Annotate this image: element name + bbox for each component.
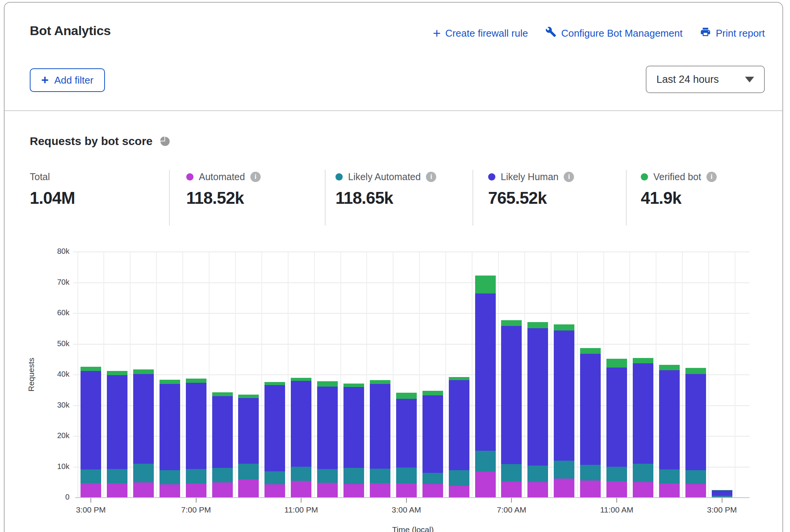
gridline [314, 252, 315, 498]
info-icon[interactable]: i [250, 172, 261, 182]
gridline [472, 252, 472, 498]
x-tick-label: 3:00 PM [688, 505, 756, 514]
bar-segment-likely-automated [81, 469, 101, 483]
bar-8-00-pm[interactable] [212, 392, 233, 498]
bar-segment-verified-bot [659, 365, 680, 370]
bar-12-00-pm[interactable] [633, 358, 653, 498]
bar-5-00-am[interactable] [449, 377, 469, 498]
stat-value: 41.9k [641, 189, 717, 208]
bar-segment-likely-automated [264, 471, 285, 485]
action-label: Create firewall rule [445, 27, 528, 39]
bar-segment-verified-bot [133, 369, 154, 374]
bar-segment-automated [212, 482, 233, 498]
bar-segment-likely-automated [633, 464, 653, 482]
bar-segment-verified-bot [396, 393, 417, 399]
bar-9-00-am[interactable] [554, 324, 574, 498]
bar-10-00-am[interactable] [580, 348, 601, 498]
gridline [524, 252, 525, 498]
bar-segment-verified-bot [370, 380, 390, 384]
bar-segment-automated [580, 480, 601, 498]
bar-segment-verified-bot [422, 391, 443, 395]
time-range-select[interactable]: Last 24 hours [646, 66, 765, 93]
bar-4-00-am[interactable] [422, 391, 443, 498]
bar-segment-likely-automated [212, 468, 233, 482]
bar-segment-automated [449, 486, 469, 498]
bar-6-00-am[interactable] [475, 276, 496, 498]
stat-value: 765.52k [488, 189, 574, 208]
stats-divider [325, 170, 326, 226]
create-firewall-rule-link[interactable]: + Create firewall rule [433, 27, 528, 39]
bar-segment-likely-human [501, 326, 522, 464]
bar-segment-automated [370, 483, 390, 498]
bar-3-00-pm[interactable] [712, 490, 732, 498]
bar-segment-likely-automated [317, 469, 338, 483]
stat-label-row: Likely Automatedi [335, 171, 436, 182]
bar-11-00-pm[interactable] [291, 378, 311, 498]
x-tick-label: 11:00 PM [267, 505, 335, 514]
bar-segment-likely-automated [160, 470, 180, 484]
bar-segment-likely-automated [449, 470, 469, 486]
x-axis-title: Time (local) [77, 525, 749, 532]
bar-1-00-am[interactable] [343, 384, 364, 498]
bar-2-00-pm[interactable] [685, 368, 706, 498]
bar-segment-automated [422, 484, 443, 498]
bar-segment-likely-human [343, 387, 364, 468]
bar-segment-verified-bot [317, 381, 338, 387]
y-axis-title: Requests [25, 252, 37, 498]
bar-segment-likely-human [264, 385, 285, 471]
stat-label-row: Likely Humani [488, 171, 574, 182]
info-icon[interactable]: i [706, 172, 717, 182]
bar-9-00-pm[interactable] [238, 395, 259, 498]
gridline [73, 282, 750, 283]
stats-divider [472, 170, 473, 226]
bar-12-00-am[interactable] [317, 381, 338, 498]
bar-6-00-pm[interactable] [160, 380, 180, 498]
bar-3-00-pm[interactable] [81, 367, 101, 498]
gridline [629, 252, 630, 498]
info-icon[interactable]: i [564, 172, 574, 182]
stat-label: Likely Human [501, 171, 558, 182]
bar-7-00-pm[interactable] [186, 379, 206, 498]
bar-segment-likely-automated [396, 468, 417, 484]
bar-segment-likely-automated [238, 464, 259, 479]
bar-7-00-am[interactable] [501, 320, 522, 498]
bar-11-00-am[interactable] [606, 359, 627, 498]
stat-label-row: Total [30, 171, 75, 182]
x-axis-line [75, 497, 750, 498]
legend-dot-likely-automated [335, 173, 343, 181]
bar-3-00-am[interactable] [396, 393, 417, 498]
bar-segment-automated [291, 481, 311, 498]
gridline [73, 313, 750, 314]
bar-10-00-pm[interactable] [264, 382, 285, 498]
x-tick-label: 7:00 PM [162, 505, 231, 514]
bar-segment-likely-human [712, 490, 732, 496]
bar-segment-verified-bot [554, 324, 574, 330]
configure-bot-management-link[interactable]: Configure Bot Management [545, 26, 682, 40]
print-report-link[interactable]: Print report [700, 26, 765, 40]
add-filter-label: Add filter [54, 74, 94, 86]
bar-segment-verified-bot [633, 358, 653, 363]
gridline [603, 252, 604, 498]
bar-1-00-pm[interactable] [659, 365, 680, 498]
bar-2-00-am[interactable] [370, 380, 390, 498]
bar-5-00-pm[interactable] [133, 369, 154, 498]
bar-segment-likely-human [133, 374, 154, 464]
bar-segment-automated [160, 484, 180, 498]
gridline [77, 252, 78, 498]
bar-8-00-am[interactable] [527, 322, 548, 498]
stat-value: 118.65k [335, 189, 436, 208]
bar-segment-verified-bot [186, 379, 206, 383]
stat-value: 118.52k [186, 189, 261, 208]
info-icon[interactable]: i [426, 172, 436, 182]
bar-segment-likely-human [396, 399, 417, 468]
add-filter-button[interactable]: + Add filter [30, 68, 105, 92]
bar-4-00-pm[interactable] [107, 371, 127, 498]
gridline [182, 252, 183, 498]
x-tick [196, 498, 197, 503]
bar-segment-automated [264, 484, 285, 498]
bar-segment-verified-bot [81, 367, 101, 371]
bot-analytics-card: Bot Analytics + Create firewall rule Con… [4, 2, 783, 532]
bar-segment-verified-bot [475, 276, 496, 293]
gridline [682, 252, 683, 498]
bar-segment-likely-human [212, 396, 233, 468]
